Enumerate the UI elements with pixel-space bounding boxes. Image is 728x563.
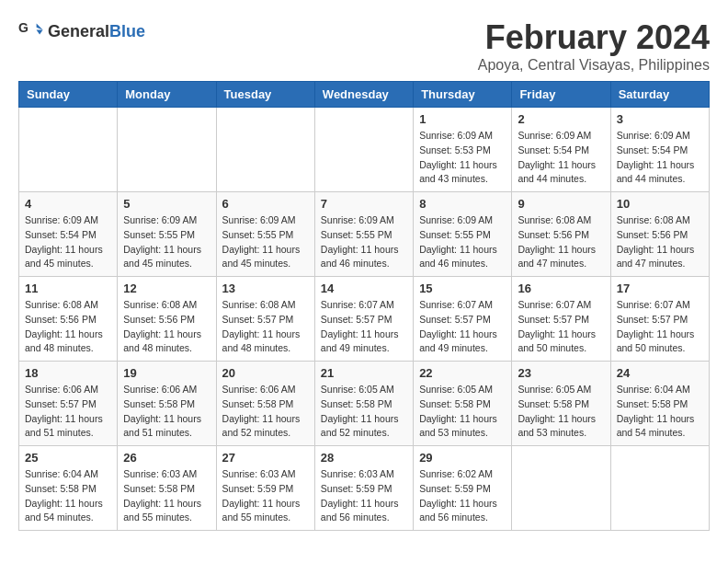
svg-text:G: G (18, 20, 28, 35)
day-number: 4 (25, 197, 111, 211)
day-of-week-header: Monday (118, 82, 216, 108)
day-info: Sunrise: 6:04 AMSunset: 5:58 PMDaylight:… (617, 383, 703, 441)
day-number: 7 (321, 197, 407, 211)
logo-icon: G (18, 18, 44, 44)
calendar-cell: 4Sunrise: 6:09 AMSunset: 5:54 PMDaylight… (19, 192, 118, 277)
calendar-cell: 7Sunrise: 6:09 AMSunset: 5:55 PMDaylight… (314, 192, 413, 277)
day-number: 23 (518, 366, 604, 380)
day-number: 16 (518, 282, 604, 295)
day-info: Sunrise: 6:08 AMSunset: 5:56 PMDaylight:… (25, 298, 111, 356)
calendar-cell: 2Sunrise: 6:09 AMSunset: 5:54 PMDaylight… (512, 108, 610, 192)
title-area: February 2024 Apoya, Central Visayas, Ph… (478, 18, 710, 74)
day-info: Sunrise: 6:07 AMSunset: 5:57 PMDaylight:… (617, 298, 703, 356)
calendar-week-row: 1Sunrise: 6:09 AMSunset: 5:53 PMDaylight… (19, 108, 710, 192)
day-info: Sunrise: 6:07 AMSunset: 5:57 PMDaylight:… (518, 298, 604, 356)
calendar-cell: 11Sunrise: 6:08 AMSunset: 5:56 PMDayligh… (19, 277, 118, 362)
calendar-cell: 12Sunrise: 6:08 AMSunset: 5:56 PMDayligh… (118, 277, 216, 362)
calendar-cell: 27Sunrise: 6:03 AMSunset: 5:59 PMDayligh… (216, 446, 314, 531)
calendar-cell (216, 108, 314, 192)
calendar-cell: 10Sunrise: 6:08 AMSunset: 5:56 PMDayligh… (610, 192, 709, 277)
calendar-cell: 24Sunrise: 6:04 AMSunset: 5:58 PMDayligh… (610, 362, 709, 446)
calendar-cell: 29Sunrise: 6:02 AMSunset: 5:59 PMDayligh… (414, 446, 512, 531)
calendar-cell: 9Sunrise: 6:08 AMSunset: 5:56 PMDaylight… (512, 192, 610, 277)
calendar-cell: 18Sunrise: 6:06 AMSunset: 5:57 PMDayligh… (19, 362, 118, 446)
day-info: Sunrise: 6:03 AMSunset: 5:59 PMDaylight:… (222, 467, 309, 525)
day-number: 24 (617, 366, 703, 380)
day-number: 3 (617, 112, 703, 126)
day-info: Sunrise: 6:09 AMSunset: 5:55 PMDaylight:… (321, 213, 407, 271)
calendar-cell: 6Sunrise: 6:09 AMSunset: 5:55 PMDaylight… (216, 192, 314, 277)
calendar-week-row: 11Sunrise: 6:08 AMSunset: 5:56 PMDayligh… (19, 277, 710, 362)
calendar-cell: 21Sunrise: 6:05 AMSunset: 5:58 PMDayligh… (314, 362, 413, 446)
day-of-week-header: Saturday (610, 82, 709, 108)
calendar-cell (314, 108, 413, 192)
svg-marker-2 (37, 30, 43, 35)
day-number: 13 (222, 282, 309, 295)
day-info: Sunrise: 6:08 AMSunset: 5:57 PMDaylight:… (222, 298, 309, 356)
day-of-week-header: Friday (512, 82, 610, 108)
day-info: Sunrise: 6:07 AMSunset: 5:57 PMDaylight:… (419, 298, 506, 356)
day-number: 17 (617, 282, 703, 295)
calendar-cell: 8Sunrise: 6:09 AMSunset: 5:55 PMDaylight… (414, 192, 512, 277)
day-number: 1 (419, 112, 506, 126)
day-info: Sunrise: 6:09 AMSunset: 5:55 PMDaylight:… (419, 213, 506, 271)
svg-marker-1 (37, 24, 43, 30)
month-year: February 2024 (478, 18, 710, 57)
calendar-cell: 5Sunrise: 6:09 AMSunset: 5:55 PMDaylight… (118, 192, 216, 277)
day-info: Sunrise: 6:09 AMSunset: 5:54 PMDaylight:… (518, 129, 604, 187)
calendar-cell: 17Sunrise: 6:07 AMSunset: 5:57 PMDayligh… (610, 277, 709, 362)
day-of-week-header: Tuesday (216, 82, 314, 108)
day-info: Sunrise: 6:02 AMSunset: 5:59 PMDaylight:… (419, 467, 506, 525)
day-number: 19 (123, 366, 210, 380)
calendar-cell: 19Sunrise: 6:06 AMSunset: 5:58 PMDayligh… (118, 362, 216, 446)
day-info: Sunrise: 6:09 AMSunset: 5:55 PMDaylight:… (222, 213, 309, 271)
day-of-week-header: Wednesday (314, 82, 413, 108)
calendar-cell: 16Sunrise: 6:07 AMSunset: 5:57 PMDayligh… (512, 277, 610, 362)
day-info: Sunrise: 6:06 AMSunset: 5:58 PMDaylight:… (222, 383, 309, 441)
calendar-cell: 26Sunrise: 6:03 AMSunset: 5:58 PMDayligh… (118, 446, 216, 531)
day-info: Sunrise: 6:05 AMSunset: 5:58 PMDaylight:… (321, 383, 407, 441)
calendar-week-row: 25Sunrise: 6:04 AMSunset: 5:58 PMDayligh… (19, 446, 710, 531)
day-number: 29 (419, 451, 506, 465)
calendar-cell: 25Sunrise: 6:04 AMSunset: 5:58 PMDayligh… (19, 446, 118, 531)
day-info: Sunrise: 6:06 AMSunset: 5:58 PMDaylight:… (123, 383, 210, 441)
day-info: Sunrise: 6:03 AMSunset: 5:58 PMDaylight:… (123, 467, 210, 525)
day-of-week-header: Sunday (19, 82, 118, 108)
calendar-cell: 23Sunrise: 6:05 AMSunset: 5:58 PMDayligh… (512, 362, 610, 446)
day-info: Sunrise: 6:07 AMSunset: 5:57 PMDaylight:… (321, 298, 407, 356)
day-number: 2 (518, 112, 604, 126)
calendar-cell (19, 108, 118, 192)
logo: G GeneralBlue (18, 18, 145, 44)
day-info: Sunrise: 6:06 AMSunset: 5:57 PMDaylight:… (25, 383, 111, 441)
day-number: 27 (222, 451, 309, 465)
day-number: 15 (419, 282, 506, 295)
day-number: 20 (222, 366, 309, 380)
day-info: Sunrise: 6:09 AMSunset: 5:53 PMDaylight:… (419, 129, 506, 187)
day-number: 18 (25, 366, 111, 380)
calendar-cell: 3Sunrise: 6:09 AMSunset: 5:54 PMDaylight… (610, 108, 709, 192)
day-number: 14 (321, 282, 407, 295)
day-info: Sunrise: 6:03 AMSunset: 5:59 PMDaylight:… (321, 467, 407, 525)
calendar-cell: 1Sunrise: 6:09 AMSunset: 5:53 PMDaylight… (414, 108, 512, 192)
day-number: 26 (123, 451, 210, 465)
day-number: 25 (25, 451, 111, 465)
location: Apoya, Central Visayas, Philippines (478, 57, 710, 74)
day-number: 8 (419, 197, 506, 211)
logo-general: General (48, 22, 109, 40)
day-number: 9 (518, 197, 604, 211)
calendar-cell (512, 446, 610, 531)
day-of-week-header: Thursday (414, 82, 512, 108)
day-info: Sunrise: 6:08 AMSunset: 5:56 PMDaylight:… (518, 213, 604, 271)
day-info: Sunrise: 6:09 AMSunset: 5:55 PMDaylight:… (123, 213, 210, 271)
day-number: 5 (123, 197, 210, 211)
day-number: 10 (617, 197, 703, 211)
calendar-cell: 15Sunrise: 6:07 AMSunset: 5:57 PMDayligh… (414, 277, 512, 362)
day-info: Sunrise: 6:09 AMSunset: 5:54 PMDaylight:… (617, 129, 703, 187)
day-info: Sunrise: 6:08 AMSunset: 5:56 PMDaylight:… (123, 298, 210, 356)
day-info: Sunrise: 6:08 AMSunset: 5:56 PMDaylight:… (617, 213, 703, 271)
calendar-body: 1Sunrise: 6:09 AMSunset: 5:53 PMDaylight… (19, 108, 710, 531)
day-number: 6 (222, 197, 309, 211)
calendar-week-row: 4Sunrise: 6:09 AMSunset: 5:54 PMDaylight… (19, 192, 710, 277)
calendar-cell: 13Sunrise: 6:08 AMSunset: 5:57 PMDayligh… (216, 277, 314, 362)
day-info: Sunrise: 6:05 AMSunset: 5:58 PMDaylight:… (419, 383, 506, 441)
